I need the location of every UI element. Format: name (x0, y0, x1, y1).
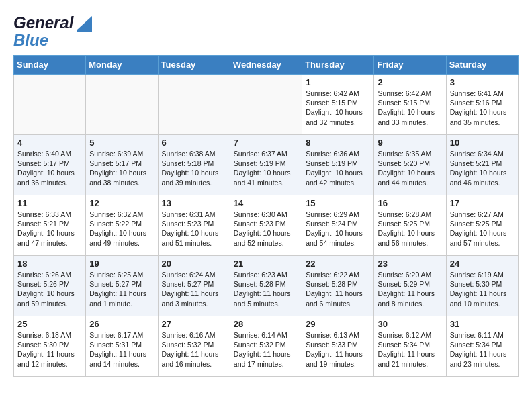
day-info-line: Sunrise: 6:14 AM (234, 330, 298, 340)
day-number: 29 (306, 319, 370, 329)
calendar-cell: 29Sunrise: 6:13 AMSunset: 5:33 PMDayligh… (302, 316, 374, 377)
day-info-line: and 19 minutes. (306, 359, 370, 369)
day-info-line: and 1 minute. (89, 299, 154, 308)
logo-blue-text: Blue (13, 31, 48, 49)
calendar-cell (230, 75, 302, 135)
day-info-line: Sunrise: 6:31 AM (162, 210, 226, 219)
day-number: 30 (378, 319, 442, 329)
day-info-line: Sunset: 5:25 PM (378, 219, 442, 228)
logo-general-text: General (13, 13, 73, 32)
logo-icon (75, 13, 95, 32)
day-number: 24 (450, 259, 515, 269)
day-number: 9 (378, 138, 442, 148)
week-row-5: 25Sunrise: 6:18 AMSunset: 5:30 PMDayligh… (14, 316, 519, 377)
day-info-line: and 35 minutes. (450, 118, 515, 127)
day-info-line: Sunrise: 6:36 AM (306, 149, 370, 158)
day-info-line: Sunset: 5:20 PM (378, 158, 442, 168)
calendar-cell: 10Sunrise: 6:34 AMSunset: 5:21 PMDayligh… (446, 135, 518, 195)
day-info-line: Daylight: 11 hours (306, 289, 370, 298)
day-info-line: Daylight: 10 hours (450, 168, 515, 177)
calendar-cell: 1Sunrise: 6:42 AMSunset: 5:15 PMDaylight… (302, 75, 374, 135)
day-number: 22 (306, 259, 370, 269)
day-info-line: Sunset: 5:17 PM (89, 158, 154, 168)
calendar-cell: 3Sunrise: 6:41 AMSunset: 5:16 PMDaylight… (446, 75, 518, 135)
day-header-saturday: Saturday (446, 56, 518, 75)
day-info-line: Daylight: 10 hours (378, 228, 442, 238)
day-info-line: and 38 minutes. (89, 178, 154, 187)
day-number: 27 (162, 319, 226, 329)
day-info-line: Daylight: 11 hours (306, 349, 370, 359)
day-info-line: Sunset: 5:22 PM (89, 219, 154, 228)
day-info-line: and 59 minutes. (17, 299, 82, 308)
day-info-line: Sunset: 5:29 PM (378, 279, 442, 289)
day-info-line: Daylight: 11 hours (450, 349, 515, 359)
calendar-cell: 18Sunrise: 6:26 AMSunset: 5:26 PMDayligh… (14, 256, 86, 316)
day-number: 25 (17, 319, 82, 329)
day-info-line: Daylight: 10 hours (234, 228, 298, 238)
day-number: 11 (17, 198, 82, 208)
day-info-line: and 33 minutes. (378, 118, 442, 127)
day-info-line: Daylight: 10 hours (306, 228, 370, 238)
day-number: 21 (234, 259, 298, 269)
day-info-line: Daylight: 10 hours (450, 228, 515, 238)
calendar-cell: 28Sunrise: 6:14 AMSunset: 5:32 PMDayligh… (230, 316, 302, 377)
day-info-line: and 8 minutes. (378, 299, 442, 308)
day-info-line: Daylight: 10 hours (378, 107, 442, 117)
day-info-line: Sunrise: 6:23 AM (234, 270, 298, 279)
calendar-cell: 8Sunrise: 6:36 AMSunset: 5:19 PMDaylight… (302, 135, 374, 195)
calendar-cell: 31Sunrise: 6:11 AMSunset: 5:34 PMDayligh… (446, 316, 518, 377)
day-info-line: Sunrise: 6:33 AM (17, 210, 82, 219)
calendar-cell (14, 75, 86, 135)
day-info-line: Sunset: 5:18 PM (162, 158, 226, 168)
day-number: 4 (17, 138, 82, 148)
day-header-friday: Friday (374, 56, 446, 75)
day-info-line: Daylight: 10 hours (162, 228, 226, 238)
day-number: 26 (89, 319, 154, 329)
day-info-line: Sunrise: 6:40 AM (17, 149, 82, 158)
day-info-line: and 17 minutes. (234, 359, 298, 369)
day-info-line: Sunset: 5:15 PM (378, 98, 442, 107)
day-info-line: Sunrise: 6:22 AM (306, 270, 370, 279)
day-number: 8 (306, 138, 370, 148)
day-info-line: Daylight: 11 hours (162, 349, 226, 359)
day-number: 20 (162, 259, 226, 269)
day-number: 16 (378, 198, 442, 208)
day-info-line: Sunrise: 6:18 AM (17, 330, 82, 340)
day-info-line: and 42 minutes. (306, 178, 370, 187)
day-info-line: Sunrise: 6:30 AM (234, 210, 298, 219)
day-info-line: Sunset: 5:33 PM (306, 340, 370, 349)
day-number: 2 (378, 77, 442, 87)
day-info-line: Daylight: 10 hours (17, 228, 82, 238)
day-info-line: Sunset: 5:32 PM (234, 340, 298, 349)
day-info-line: Daylight: 11 hours (17, 349, 82, 359)
logo: General Blue (13, 13, 95, 50)
day-info-line: Daylight: 11 hours (89, 349, 154, 359)
day-info-line: and 21 minutes. (378, 359, 442, 369)
calendar-cell: 30Sunrise: 6:12 AMSunset: 5:34 PMDayligh… (374, 316, 446, 377)
day-info-line: Sunset: 5:31 PM (89, 340, 154, 349)
day-info-line: Sunrise: 6:39 AM (89, 149, 154, 158)
day-info-line: Sunrise: 6:25 AM (89, 270, 154, 279)
calendar-cell: 11Sunrise: 6:33 AMSunset: 5:21 PMDayligh… (14, 195, 86, 256)
day-info-line: Sunrise: 6:29 AM (306, 210, 370, 219)
day-info-line: and 32 minutes. (306, 118, 370, 127)
header: General Blue (13, 11, 519, 50)
calendar-cell: 16Sunrise: 6:28 AMSunset: 5:25 PMDayligh… (374, 195, 446, 256)
day-info-line: and 16 minutes. (162, 359, 226, 369)
calendar-cell: 21Sunrise: 6:23 AMSunset: 5:28 PMDayligh… (230, 256, 302, 316)
day-info-line: Daylight: 10 hours (17, 289, 82, 298)
calendar-cell: 19Sunrise: 6:25 AMSunset: 5:27 PMDayligh… (86, 256, 158, 316)
day-info-line: Daylight: 11 hours (378, 289, 442, 298)
calendar-cell: 13Sunrise: 6:31 AMSunset: 5:23 PMDayligh… (158, 195, 230, 256)
day-number: 31 (450, 319, 515, 329)
day-info-line: Sunrise: 6:42 AM (306, 89, 370, 98)
day-info-line: Sunset: 5:30 PM (450, 279, 515, 289)
day-info-line: Daylight: 11 hours (234, 289, 298, 298)
day-info-line: Sunset: 5:34 PM (450, 340, 515, 349)
day-info-line: Sunrise: 6:34 AM (450, 149, 515, 158)
day-info-line: Daylight: 11 hours (450, 289, 515, 298)
day-number: 12 (89, 198, 154, 208)
day-info-line: Sunset: 5:19 PM (306, 158, 370, 168)
day-info-line: and 6 minutes. (306, 299, 370, 308)
day-info-line: Sunset: 5:24 PM (306, 219, 370, 228)
